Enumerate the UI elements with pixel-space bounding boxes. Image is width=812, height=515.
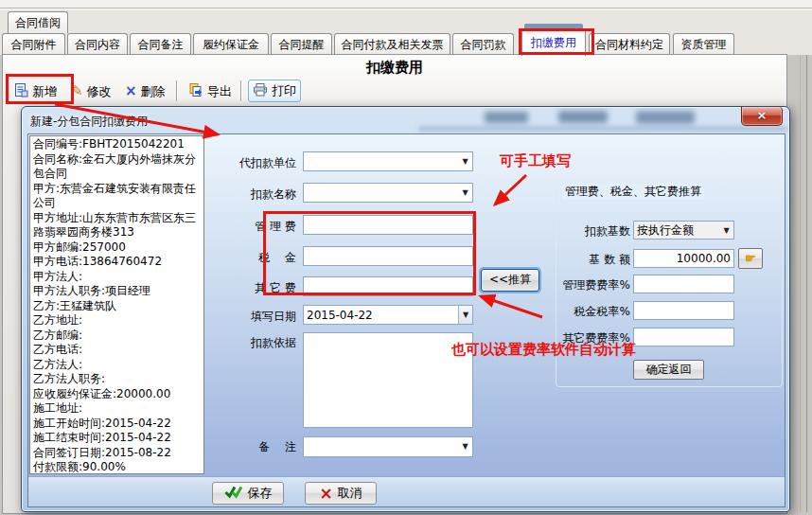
contract-info-line: 甲方地址:山东东营市东营区东三路翡翠园商务楼313	[33, 211, 201, 240]
save-button-label: 保存	[248, 485, 273, 502]
print-button-label: 打印	[272, 82, 296, 99]
cancel-button[interactable]: × 取消	[305, 482, 377, 505]
contract-info-line: 乙方电话:	[33, 343, 201, 358]
dialog-client-area: 合同编号:FBHT2015042201合同名称:金石大厦内外墙抹灰分包合同甲方:…	[27, 133, 786, 507]
deduct-name-label: 扣款名称	[222, 186, 296, 203]
export-button[interactable]: 导出	[185, 79, 236, 104]
fill-date-label: 填写日期	[222, 309, 296, 325]
deduct-basis-label: 扣款依据	[222, 335, 296, 351]
annotation-box-active-tab	[519, 28, 594, 55]
titlebar-blur-artifact	[485, 112, 528, 123]
window-top-strip	[0, 0, 812, 9]
remark-label: 备 注	[222, 439, 296, 455]
confirm-return-button[interactable]: 确定返回	[633, 360, 704, 380]
tax-rate-input[interactable]	[633, 301, 734, 320]
contract-info-line: 施工地址:	[33, 401, 201, 417]
contract-info-box: 合同编号:FBHT2015042201合同名称:金石大厦内外墙抹灰分包合同甲方:…	[29, 135, 204, 474]
annotation-box-new-button	[6, 74, 74, 104]
contract-info-line: 合同名称:金石大厦内外墙抹灰分包合同	[33, 152, 201, 182]
edit-button[interactable]: ✎ 修改	[67, 79, 115, 104]
contract-info-line: 甲方法人职务:项目经理	[33, 284, 201, 299]
base-amount-input[interactable]	[633, 249, 734, 268]
tab-performance-bond[interactable]: 履约保证金	[193, 33, 269, 55]
contract-info-line: 甲方:东营金石建筑安装有限责任公司	[33, 182, 201, 211]
annotation-box-fee-fields	[263, 211, 476, 295]
toolbar-separator	[176, 80, 177, 101]
annotation-auto-calc: 也可以设置费率软件自动计算	[451, 341, 636, 359]
export-icon	[188, 82, 203, 100]
contract-info-line: 甲方邮编:257000	[33, 240, 201, 256]
base-type-label: 扣款基数	[556, 223, 630, 240]
withhold-unit-label: 代扣款单位	[222, 155, 296, 171]
new-withholding-fee-dialog: 新建-分包合同扣缴费用 × 合同编号:FBHT2015042201合同名称:金石…	[21, 106, 790, 512]
desktop-line	[800, 55, 801, 512]
fill-date-value: 2015-04-22	[304, 309, 458, 322]
titlebar-blur-artifact	[636, 111, 695, 124]
delete-button[interactable]: × 删除	[121, 79, 169, 104]
base-type-combo[interactable]: 按执行金额 ▼	[633, 221, 734, 240]
tab-contract-materials[interactable]: 合同材料约定	[589, 33, 670, 55]
base-amount-label: 基 数 额	[556, 252, 630, 268]
cancel-button-label: 取消	[338, 485, 362, 502]
chevron-down-icon: ▼	[458, 306, 472, 324]
tax-rate-label: 税金税率%	[556, 304, 630, 320]
tab-contract-payment-invoices[interactable]: 合同付款及相关发票	[334, 33, 450, 55]
chevron-down-icon: ▼	[458, 437, 472, 456]
mgmt-rate-input[interactable]	[633, 275, 734, 293]
contract-info-line: 甲方电话:13864760472	[33, 255, 201, 270]
tab-contract-reminder[interactable]: 合同提醒	[271, 33, 332, 55]
tab-contract-content[interactable]: 合同内容	[67, 33, 128, 55]
save-check-icon	[224, 485, 243, 502]
remark-combo[interactable]: ▼	[303, 436, 473, 457]
deduct-basis-textarea[interactable]	[303, 332, 473, 428]
desktop-line	[806, 55, 807, 512]
withhold-unit-combo[interactable]: ▼	[303, 151, 473, 171]
contract-info-line: 合同签订日期:2015-08-22	[33, 446, 201, 461]
base-type-value: 按执行金额	[634, 222, 719, 239]
hand-pointer-icon: ☛	[745, 251, 756, 265]
chevron-down-icon: ▼	[458, 184, 472, 202]
page-title: 扣缴费用	[3, 59, 786, 77]
contract-info-line: 乙方:王猛建筑队	[33, 299, 201, 314]
calc-panel-title: 管理费、税金、其它费推算	[562, 184, 704, 200]
contract-info-line: 乙方法人:	[33, 358, 201, 373]
deduct-name-combo[interactable]: ▼	[303, 183, 473, 203]
mgmt-rate-label: 管理费费率%	[556, 277, 630, 293]
contract-info-line: 付款限额:90.00%	[33, 460, 201, 474]
contract-info-line: 甲方法人:	[33, 270, 201, 285]
contract-info-line: 合同编号:FBHT2015042201	[33, 137, 201, 152]
contract-info-line: 施工开始时间:2015-04-22	[33, 417, 201, 432]
titlebar-blur-artifact	[558, 111, 608, 123]
tab-contract-penalty[interactable]: 合同罚款	[452, 33, 514, 55]
fill-date-combo[interactable]: 2015-04-22 ▼	[303, 305, 473, 325]
edit-button-label: 修改	[87, 83, 112, 100]
annotation-manual-fill: 可手工填写	[500, 152, 571, 170]
calc-button[interactable]: <<推算	[481, 269, 539, 292]
tab-contract-attachments[interactable]: 合同附件	[2, 33, 65, 55]
tab-qualification-mgmt[interactable]: 资质管理	[673, 33, 734, 55]
titlebar-blur-artifact	[418, 126, 787, 132]
export-button-label: 导出	[207, 83, 232, 100]
save-button[interactable]: 保存	[212, 482, 284, 505]
print-button[interactable]: 打印	[248, 80, 301, 102]
delete-x-icon: ×	[125, 84, 137, 98]
dialog-title: 新建-分包合同扣缴费用	[30, 114, 148, 130]
contract-info-line: 应收履约保证金:20000.00	[33, 387, 201, 402]
contract-info-line: 施工结束时间:2015-04-22	[33, 431, 201, 446]
screen: 合同借阅 合同附件 合同内容 合同备注 履约保证金 合同提醒 合同付款及相关发票…	[0, 0, 812, 515]
contract-info-line: 乙方邮编:	[33, 329, 201, 344]
printer-icon	[253, 83, 268, 99]
other-rate-input[interactable]	[633, 328, 734, 346]
chevron-down-icon: ▼	[719, 222, 733, 239]
contract-info-line: 乙方法人职务:	[33, 372, 201, 387]
cancel-x-icon: ×	[319, 486, 332, 502]
delete-button-label: 删除	[141, 83, 166, 100]
toolbar-separator	[240, 80, 241, 101]
chevron-down-icon: ▼	[458, 152, 472, 170]
close-icon[interactable]: ×	[741, 107, 783, 126]
dialog-footer	[28, 476, 785, 506]
contract-info-line: 乙方地址:	[33, 313, 201, 329]
tab-contract-notes[interactable]: 合同备注	[130, 33, 191, 55]
tab-contract-borrowing[interactable]: 合同借阅	[8, 11, 68, 33]
base-amount-pick-button[interactable]: ☛	[738, 248, 763, 269]
